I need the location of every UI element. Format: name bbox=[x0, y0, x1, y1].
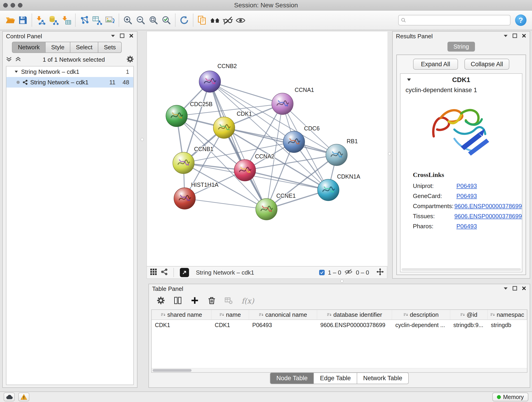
panel-menu-icon[interactable] bbox=[503, 285, 508, 293]
zoom-fit-icon[interactable] bbox=[147, 13, 160, 27]
tab-network[interactable]: Network bbox=[12, 42, 45, 53]
network-node-CCNA1[interactable] bbox=[272, 93, 293, 115]
tab-edge-table[interactable]: Edge Table bbox=[314, 372, 357, 384]
network-node-RB1[interactable] bbox=[326, 144, 347, 166]
save-session-icon[interactable] bbox=[17, 13, 29, 27]
panel-close-icon[interactable] bbox=[521, 33, 526, 40]
panel-float-icon[interactable] bbox=[512, 33, 517, 40]
zoom-in-icon[interactable] bbox=[121, 13, 134, 27]
crosslink-tissues[interactable]: 9606.ENSP00000378699 bbox=[454, 213, 522, 220]
table-horizontal-scrollbar[interactable] bbox=[152, 368, 527, 372]
network-canvas[interactable]: CCNB2CCNA1CDC25BCDK1CDC6RB1CCNB1CCNA2CDK… bbox=[147, 32, 387, 266]
column-header-namespac[interactable]: namespac bbox=[488, 310, 527, 319]
expand-all-button[interactable]: Expand All bbox=[413, 59, 458, 70]
column-header-database-identifier[interactable]: database identifier bbox=[317, 310, 392, 319]
crosslink-genecard[interactable]: P06493 bbox=[456, 192, 477, 200]
import-network-from-database-icon[interactable] bbox=[47, 13, 60, 27]
column-header-name[interactable]: name bbox=[211, 310, 249, 319]
delete-column-icon[interactable] bbox=[208, 296, 216, 306]
pan-crosshair-icon[interactable] bbox=[376, 268, 384, 277]
birds-eye-view-icon[interactable] bbox=[150, 268, 157, 277]
collapse-all-networks-icon[interactable] bbox=[6, 56, 12, 63]
column-header-description[interactable]: description bbox=[392, 310, 450, 319]
selected-checkbox-icon[interactable] bbox=[319, 270, 325, 275]
network-edge-count: 48 bbox=[123, 79, 129, 86]
import-table-from-file-icon[interactable] bbox=[60, 13, 73, 27]
gene-description: cyclin-dependent kinase 1 bbox=[400, 86, 522, 94]
tab-network-table[interactable]: Network Table bbox=[357, 372, 409, 384]
network-node-CDK1[interactable] bbox=[213, 117, 235, 138]
eye-icon[interactable] bbox=[234, 13, 247, 27]
glasses-slash-icon[interactable] bbox=[221, 13, 234, 27]
hidden-eye-slash-icon[interactable] bbox=[344, 268, 353, 277]
network-node-CDC6[interactable] bbox=[283, 131, 305, 153]
open-session-icon[interactable] bbox=[4, 13, 17, 27]
splitter-handle[interactable] bbox=[341, 280, 343, 283]
search-input[interactable] bbox=[408, 17, 508, 24]
scrollbar-thumb[interactable] bbox=[152, 369, 191, 372]
houses-icon[interactable] bbox=[209, 13, 221, 27]
tab-node-table[interactable]: Node Table bbox=[270, 372, 314, 384]
show-columns-icon[interactable] bbox=[174, 296, 182, 306]
network-edge-HIST1H1A-CCNE1[interactable] bbox=[185, 198, 266, 209]
add-column-icon[interactable] bbox=[191, 296, 199, 306]
column-header-canonical-name[interactable]: canonical name bbox=[249, 310, 317, 319]
network-node-CDC25B[interactable] bbox=[166, 105, 187, 127]
network-edge-CCNB2-CCNA1[interactable] bbox=[210, 82, 283, 104]
export-image-icon[interactable] bbox=[104, 13, 116, 27]
network-row[interactable]: String Network – cdk1 11 48 bbox=[6, 77, 133, 88]
tab-string[interactable]: String bbox=[447, 42, 475, 51]
panel-float-icon[interactable] bbox=[120, 33, 125, 40]
apply-layout-icon[interactable] bbox=[178, 13, 191, 27]
network-from-table-icon[interactable] bbox=[91, 13, 104, 27]
tab-style[interactable]: Style bbox=[45, 42, 70, 53]
network-node-CCNB1[interactable] bbox=[173, 152, 194, 174]
help-button[interactable]: ? bbox=[515, 14, 526, 26]
panel-close-icon[interactable] bbox=[521, 285, 526, 293]
window-close-button[interactable] bbox=[3, 3, 8, 7]
network-edge-CCNB2-CCNE1[interactable] bbox=[210, 82, 266, 209]
collapse-entry-icon[interactable] bbox=[406, 77, 412, 82]
table-options-gear-icon[interactable] bbox=[157, 296, 165, 306]
network-node-CCNA2[interactable] bbox=[234, 160, 256, 181]
results-scrollbar[interactable] bbox=[401, 268, 521, 271]
window-zoom-button[interactable] bbox=[18, 3, 22, 7]
network-collection-row[interactable]: String Network – cdk1 1 bbox=[6, 66, 133, 77]
search-box[interactable] bbox=[398, 15, 510, 26]
warning-button[interactable] bbox=[18, 393, 29, 401]
splitter-handle[interactable] bbox=[388, 152, 391, 155]
collapse-all-button[interactable]: Collapse All bbox=[464, 59, 509, 70]
crosslink-uniprot[interactable]: P06493 bbox=[456, 182, 477, 190]
splitter-handle[interactable] bbox=[141, 138, 144, 141]
network-options-gear-icon[interactable] bbox=[127, 56, 134, 64]
network-node-CDKN1A[interactable] bbox=[317, 179, 339, 201]
panel-menu-icon[interactable] bbox=[503, 33, 508, 40]
copy-style-icon[interactable] bbox=[196, 13, 209, 27]
open-in-new-icon[interactable] bbox=[180, 268, 189, 277]
cloud-button[interactable] bbox=[4, 393, 15, 401]
tab-sets[interactable]: Sets bbox=[98, 42, 122, 53]
node-label-CCNA2: CCNA2 bbox=[255, 153, 274, 160]
tree-expand-icon[interactable] bbox=[14, 70, 18, 74]
network-node-HIST1H1A[interactable] bbox=[174, 188, 196, 209]
new-network-icon[interactable] bbox=[78, 13, 91, 27]
expand-all-networks-icon[interactable] bbox=[15, 56, 21, 63]
network-share-icon[interactable] bbox=[161, 268, 167, 277]
crosslink-row: GeneCard:P06493 bbox=[400, 191, 522, 201]
column-header-shared-name[interactable]: shared name bbox=[152, 310, 211, 319]
panel-float-icon[interactable] bbox=[512, 285, 517, 293]
table-row[interactable]: CDK1CDK1P064939606.ENSP00000378699cyclin… bbox=[152, 320, 527, 330]
crosslink-compartments[interactable]: 9606.ENSP00000378699 bbox=[454, 203, 522, 210]
memory-button[interactable]: Memory bbox=[492, 393, 528, 401]
network-node-CCNE1[interactable] bbox=[256, 198, 277, 220]
zoom-out-icon[interactable] bbox=[134, 13, 147, 27]
column-header--id[interactable]: @id bbox=[450, 310, 488, 319]
crosslink-pharos[interactable]: P06493 bbox=[456, 223, 477, 230]
import-network-from-file-icon[interactable] bbox=[34, 13, 47, 27]
zoom-selected-icon[interactable] bbox=[160, 13, 173, 27]
network-node-CCNB2[interactable] bbox=[199, 71, 221, 92]
tab-select[interactable]: Select bbox=[70, 42, 98, 53]
window-minimize-button[interactable] bbox=[11, 3, 15, 7]
panel-menu-icon[interactable] bbox=[110, 33, 115, 40]
panel-close-icon[interactable] bbox=[129, 33, 134, 40]
